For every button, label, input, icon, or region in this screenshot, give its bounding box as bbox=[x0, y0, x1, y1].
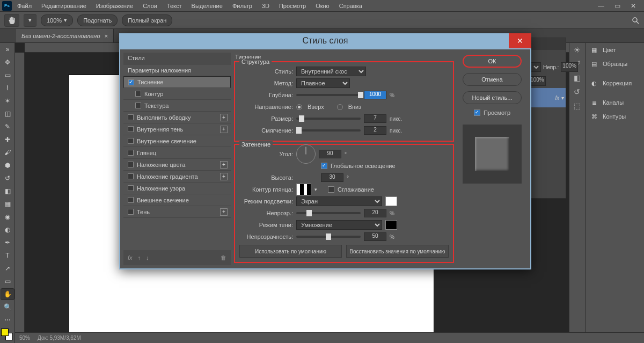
panel-adjustments[interactable]: ◐Коррекция bbox=[586, 76, 644, 90]
pattern-overlay-item[interactable]: Наложение узора bbox=[123, 183, 231, 194]
shadow-mode-select[interactable]: Умножение bbox=[296, 220, 382, 230]
outer-glow-checkbox[interactable] bbox=[128, 197, 134, 203]
drop-shadow-checkbox[interactable] bbox=[128, 209, 134, 215]
close-tab-icon[interactable]: × bbox=[105, 33, 108, 39]
add-color-overlay-icon[interactable]: + bbox=[220, 161, 228, 169]
menu-layers[interactable]: Слои bbox=[138, 2, 162, 10]
preview-checkbox[interactable] bbox=[474, 110, 480, 116]
move-down-icon[interactable]: ↓ bbox=[146, 254, 149, 261]
menu-text[interactable]: Текст bbox=[163, 2, 186, 10]
soften-slider[interactable] bbox=[296, 129, 361, 132]
move-up-icon[interactable]: ↑ bbox=[138, 254, 141, 261]
edit-toolbar-icon[interactable]: ⋯ bbox=[1, 314, 14, 326]
zoom-level-button[interactable]: 100%▾ bbox=[41, 14, 73, 26]
direction-down-radio[interactable] bbox=[337, 104, 343, 110]
menu-edit[interactable]: Редактирование bbox=[37, 2, 91, 10]
add-inner-shadow-icon[interactable]: + bbox=[220, 126, 228, 133]
contour-item[interactable]: Контур bbox=[123, 88, 231, 100]
inner-shadow-checkbox[interactable] bbox=[128, 126, 134, 132]
global-light-checkbox[interactable] bbox=[321, 163, 327, 169]
brush-tool-icon[interactable]: 🖌 bbox=[1, 147, 14, 158]
highlight-color-swatch[interactable] bbox=[385, 196, 397, 206]
panel-color[interactable]: ▦Цвет bbox=[586, 43, 644, 57]
color-overlay-item[interactable]: Наложение цвета+ bbox=[123, 159, 231, 171]
inner-glow-checkbox[interactable] bbox=[128, 138, 134, 144]
altitude-input[interactable]: 30 bbox=[321, 173, 343, 182]
antialias-checkbox[interactable] bbox=[328, 186, 334, 193]
gloss-contour-picker[interactable] bbox=[296, 184, 311, 195]
ok-button[interactable]: ОК bbox=[463, 55, 522, 68]
opacity-value[interactable]: 100% bbox=[561, 62, 578, 72]
size-input[interactable]: 7 bbox=[364, 114, 386, 123]
angle-dial[interactable] bbox=[296, 144, 316, 164]
menu-window[interactable]: Окно bbox=[311, 2, 334, 10]
shadow-opacity-input[interactable]: 50 bbox=[364, 232, 386, 241]
tool-preset-dropdown[interactable]: ▾ bbox=[24, 14, 36, 27]
gradient-overlay-checkbox[interactable] bbox=[128, 173, 134, 179]
hand-tool-icon[interactable]: ✋ bbox=[1, 288, 14, 300]
pattern-overlay-checkbox[interactable] bbox=[128, 185, 134, 191]
type-tool-icon[interactable]: T bbox=[1, 250, 14, 261]
bevel-checkbox[interactable] bbox=[128, 79, 134, 85]
search-icon[interactable] bbox=[631, 16, 640, 25]
inner-shadow-item[interactable]: Внутренняя тень+ bbox=[123, 123, 231, 135]
add-gradient-overlay-icon[interactable]: + bbox=[220, 173, 228, 180]
stroke-item[interactable]: Выполнить обводку+ bbox=[123, 112, 231, 123]
satin-item[interactable]: Глянец bbox=[123, 147, 231, 159]
pen-tool-icon[interactable]: ✒ bbox=[1, 237, 14, 249]
shape-tool-icon[interactable]: ▭ bbox=[1, 275, 14, 287]
panel-paths[interactable]: ⌘Контуры bbox=[586, 110, 644, 123]
new-style-button[interactable]: Новый стиль... bbox=[463, 91, 522, 104]
make-default-button[interactable]: Использовать по умолчанию bbox=[239, 245, 342, 258]
texture-checkbox[interactable] bbox=[135, 103, 141, 108]
add-drop-shadow-icon[interactable]: + bbox=[220, 208, 228, 216]
properties-icon[interactable]: ⬚ bbox=[569, 99, 584, 113]
gradient-tool-icon[interactable]: ▦ bbox=[1, 198, 14, 210]
gradient-overlay-item[interactable]: Наложение градиента+ bbox=[123, 171, 231, 183]
direction-up-radio[interactable] bbox=[296, 104, 302, 110]
menu-filter[interactable]: Фильтр bbox=[228, 2, 257, 10]
document-tab[interactable]: Без имени-2-восстановлено × bbox=[16, 28, 114, 42]
satin-checkbox[interactable] bbox=[128, 150, 134, 156]
stamp-tool-icon[interactable]: ⬢ bbox=[1, 159, 14, 171]
heal-tool-icon[interactable]: ✚ bbox=[1, 134, 14, 145]
maximize-icon[interactable]: ▭ bbox=[612, 2, 623, 10]
minimize-icon[interactable]: — bbox=[596, 2, 606, 10]
close-window-icon[interactable]: ✕ bbox=[628, 2, 639, 10]
crop-tool-icon[interactable]: ◫ bbox=[1, 108, 14, 120]
dialog-titlebar[interactable]: Стиль слоя ✕ bbox=[119, 33, 531, 48]
fx-menu-icon[interactable]: fx bbox=[128, 254, 133, 261]
color-overlay-checkbox[interactable] bbox=[128, 162, 134, 167]
panel-channels[interactable]: ≣Каналы bbox=[586, 96, 644, 110]
shadow-opacity-slider[interactable] bbox=[296, 236, 361, 238]
hand-tool-icon[interactable] bbox=[4, 14, 19, 27]
stroke-checkbox[interactable] bbox=[128, 114, 134, 120]
history-icon[interactable]: ↺ bbox=[569, 85, 584, 99]
inner-glow-item[interactable]: Внутреннее свечение bbox=[123, 135, 231, 147]
move-tool-icon[interactable]: ✥ bbox=[1, 56, 14, 68]
menu-select[interactable]: Выделение bbox=[187, 2, 227, 10]
depth-slider[interactable] bbox=[296, 94, 361, 96]
panel-swatches[interactable]: ▤Образцы bbox=[586, 57, 644, 71]
size-slider[interactable] bbox=[296, 118, 361, 120]
shadow-color-swatch[interactable] bbox=[385, 220, 397, 230]
dodge-tool-icon[interactable]: ◐ bbox=[1, 224, 14, 236]
marquee-tool-icon[interactable]: ▭ bbox=[1, 69, 14, 81]
menu-view[interactable]: Просмотр bbox=[275, 2, 310, 10]
bevel-style-select[interactable]: Внутренний скос bbox=[296, 67, 366, 76]
highlight-opacity-slider[interactable] bbox=[296, 212, 361, 214]
reset-default-button[interactable]: Восстановить значения по умолчанию bbox=[346, 245, 449, 258]
styles-header[interactable]: Стили bbox=[123, 53, 231, 64]
drop-shadow-item[interactable]: Тень+ bbox=[123, 206, 231, 218]
dialog-close-button[interactable]: ✕ bbox=[509, 33, 531, 48]
wand-tool-icon[interactable]: ✶ bbox=[1, 95, 14, 107]
expand-toolbar-icon[interactable]: » bbox=[1, 43, 14, 55]
add-stroke-icon[interactable]: + bbox=[220, 114, 228, 121]
adjustments-icon[interactable]: ☀ bbox=[569, 43, 584, 57]
bevel-emboss-item[interactable]: Тиснение bbox=[123, 76, 231, 88]
history-brush-tool-icon[interactable]: ↺ bbox=[1, 172, 14, 184]
soften-input[interactable]: 2 bbox=[364, 126, 386, 135]
menu-3d[interactable]: 3D bbox=[258, 2, 274, 10]
menu-help[interactable]: Справка bbox=[335, 2, 367, 10]
menu-image[interactable]: Изображение bbox=[92, 2, 137, 10]
